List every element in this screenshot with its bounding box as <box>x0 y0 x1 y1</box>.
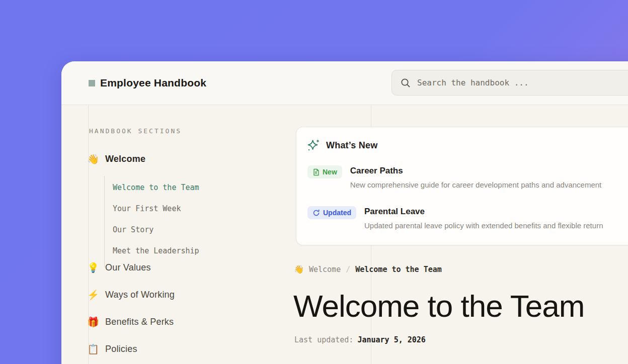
updated-badge: Updated <box>307 206 356 219</box>
whats-new-item-career-paths[interactable]: New Career Paths New comprehensive guide… <box>307 165 628 189</box>
breadcrumb-section[interactable]: Welcome <box>309 265 341 274</box>
wave-icon: 👋 <box>294 264 304 274</box>
search-icon <box>401 78 411 88</box>
sidebar-item-label: Ways of Working <box>105 290 175 300</box>
whats-new-title: What’s New <box>326 140 377 151</box>
whats-new-item-parental-leave[interactable]: Updated Parental Leave Updated parental … <box>307 206 628 230</box>
app-header: Employee Handbook <box>61 61 628 105</box>
wave-icon: 👋 <box>87 153 99 165</box>
sidebar-item-label: Policies <box>105 344 137 354</box>
last-updated-value: January 5, 2026 <box>357 335 425 344</box>
breadcrumb-page: Welcome to the Team <box>355 265 442 274</box>
whats-new-item-title: Parental Leave <box>364 207 603 217</box>
sidebar-item-our-values[interactable]: 💡 Our Values <box>87 262 151 274</box>
sidebar-item-benefits-perks[interactable]: 🎁 Benefits & Perks <box>87 316 174 328</box>
sidebar-item-welcome[interactable]: 👋 Welcome <box>87 153 145 165</box>
document-icon <box>312 168 320 176</box>
badge-label: Updated <box>323 209 351 217</box>
whats-new-card: What’s New New Career Paths New comprehe… <box>296 127 628 245</box>
breadcrumb: 👋 Welcome / Welcome to the Team <box>294 264 442 274</box>
whats-new-item-description: New comprehensive guide for career devel… <box>350 180 601 189</box>
clipboard-icon: 📋 <box>87 343 99 355</box>
sidebar-heading: HANDBOOK SECTIONS <box>89 127 182 135</box>
sidebar-subitem-meet-the-leadership[interactable]: Meet the Leadership <box>113 246 199 255</box>
sidebar-subitem-welcome-to-the-team[interactable]: Welcome to the Team <box>113 183 199 192</box>
app-title: Employee Handbook <box>100 77 206 89</box>
gift-icon: 🎁 <box>87 316 99 328</box>
whats-new-item-title: Career Paths <box>350 166 601 176</box>
app-logo-icon <box>89 80 95 86</box>
last-updated-label: Last updated: <box>294 335 353 344</box>
sidebar-item-ways-of-working[interactable]: ⚡ Ways of Working <box>87 289 175 301</box>
sidebar-sublist-welcome: Welcome to the Team Your First Week Our … <box>104 176 199 267</box>
badge-label: New <box>323 168 337 176</box>
sidebar-subitem-your-first-week[interactable]: Your First Week <box>113 204 199 213</box>
refresh-icon <box>312 209 320 217</box>
search-input[interactable] <box>417 78 608 87</box>
last-updated: Last updated:January 5, 2026 <box>294 335 426 344</box>
handbook-window: Employee Handbook HANDBOOK SECTIONS 👋 We… <box>61 61 628 364</box>
new-badge: New <box>307 165 342 178</box>
breadcrumb-separator: / <box>346 265 350 274</box>
search-bar[interactable] <box>391 70 628 96</box>
sidebar-item-label: Our Values <box>105 262 151 273</box>
whats-new-item-description: Updated parental leave policy with exten… <box>364 221 603 230</box>
sidebar-item-label: Benefits & Perks <box>105 317 174 327</box>
sidebar-subitem-our-story[interactable]: Our Story <box>113 225 199 234</box>
page-title: Welcome to the Team <box>293 288 628 324</box>
sidebar-item-policies[interactable]: 📋 Policies <box>87 343 137 355</box>
lightning-icon: ⚡ <box>87 289 99 301</box>
sparkle-icon <box>306 138 320 152</box>
lightbulb-icon: 💡 <box>87 262 99 274</box>
sidebar-item-label: Welcome <box>105 154 145 164</box>
